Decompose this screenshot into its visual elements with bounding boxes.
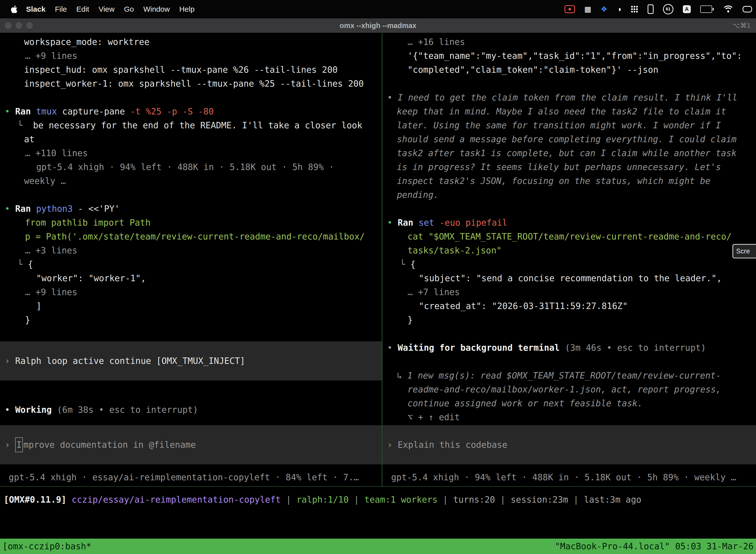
command-output: } (382, 313, 756, 327)
text-span: "worker": "worker-1", (36, 273, 146, 283)
command-line: • Ran set -euo pipefail (382, 216, 756, 230)
battery-icon[interactable]: ϟ (700, 5, 714, 13)
text-span: ] (36, 301, 42, 311)
terminal-line (0, 327, 382, 341)
mailbox-note: continue assigned work or next feasible … (382, 396, 756, 410)
text-span: { (410, 259, 416, 269)
text-span: } (25, 315, 30, 325)
command-output: at (0, 132, 382, 146)
text-span: … +3 lines (25, 245, 77, 256)
separator: | (349, 495, 364, 505)
text-span: └ (17, 120, 33, 130)
menu-window[interactable]: Window (139, 5, 175, 13)
text-span: • (387, 343, 397, 353)
app-menu-title[interactable]: Slack (21, 5, 50, 13)
thinking-line: is in progress? It seems likely but perh… (382, 160, 756, 174)
screenshot-popup: Scre (733, 244, 756, 258)
screen-record-icon[interactable] (565, 5, 575, 13)
menu-go[interactable]: Go (119, 5, 139, 13)
left-terminal-pane[interactable]: workspace_mode: worktree… +9 linesinspec… (0, 33, 382, 486)
dropbox-icon[interactable]: ❖ (601, 5, 608, 13)
text-span: pending. (397, 190, 439, 200)
text-span: - <<'PY' (78, 204, 120, 214)
menu-help[interactable]: Help (175, 5, 199, 13)
apple-logo-icon (11, 5, 17, 13)
grid-icon[interactable]: ▦ (584, 5, 591, 13)
team-counter: team:1 workers (364, 495, 438, 505)
close-button[interactable] (5, 22, 11, 29)
text-span: … +16 lines (407, 37, 465, 47)
text-span: be necessary for the end of the README. … (33, 120, 362, 130)
log-line: inspect_hud: omx sparkshell --tmux-pane … (0, 63, 382, 77)
prompt-input[interactable]: › Improve documentation in @filename (0, 425, 382, 464)
text-span: gpt-5.4 xhigh · 94% left · 488K in · 5.1… (391, 472, 736, 482)
minimize-button[interactable] (16, 22, 22, 29)
session-time: session:23m (511, 495, 568, 505)
text-span: (6m 38s • esc to interrupt) (57, 405, 198, 415)
omx-branch: cczip/essay/ai-reimplementation-copyleft (72, 495, 281, 505)
thinking-line: inspect task2's JSON, focusing on the st… (382, 174, 756, 188)
menu-items: FileEditViewGoWindowHelp (50, 5, 199, 13)
text-span: ⌥ + ↑ edit (407, 412, 460, 422)
macos-screen: Slack FileEditViewGoWindowHelp ▦ ❖ ◑ 61 … (0, 0, 756, 554)
command-code: from pathlib import Path (0, 216, 382, 230)
input-source-icon[interactable]: A (683, 5, 691, 13)
text-span: inspect_worker-1: omx sparkshell --tmux-… (24, 79, 364, 89)
text-span: -euo pipefail (440, 218, 507, 228)
text-span: Ran (15, 204, 36, 214)
terminal-line (382, 355, 756, 369)
wifi-icon[interactable] (723, 5, 733, 13)
control-center-icon[interactable] (743, 6, 752, 12)
disc-icon[interactable]: ◑ (617, 5, 621, 13)
battery-percent-badge[interactable]: 61 (663, 4, 674, 14)
menu-edit[interactable]: Edit (72, 5, 94, 13)
menu-view[interactable]: View (94, 5, 119, 13)
log-line: '{"team_name":"my-team","task_id":"1","f… (382, 49, 756, 63)
inject-banner[interactable]: › Ralph loop active continue [OMX_TMUX_I… (0, 341, 382, 381)
window-shortcut-hint: ⌥⌘1 (733, 21, 756, 30)
thinking-line: keep that in mind. Maybe I also need the… (382, 105, 756, 118)
thinking-line: later. Using the same for transition mig… (382, 118, 756, 132)
traffic-lights (0, 22, 33, 29)
log-line: "completed","claim_token":"claim-token"}… (382, 63, 756, 77)
text-cursor: I (15, 437, 23, 452)
text-span: inspect_hud: omx sparkshell --tmux-pane … (24, 65, 337, 75)
command-output: weekly … (0, 174, 382, 188)
text-span: continue assigned work or next feasible … (407, 398, 643, 408)
command-line: • Ran tmux capture-pane -t %25 -p -S -80 (0, 105, 382, 118)
text-span: └ (400, 259, 410, 269)
tmux-status-bar: [omx-cczip0:bash* "MacBook-Pro-44.local"… (0, 539, 756, 554)
terminal-panes: workspace_mode: worktree… +9 linesinspec… (0, 33, 756, 486)
ralph-counter: ralph:1/10 (296, 495, 349, 505)
text-span: "completed","claim_token":"claim-token"}… (407, 65, 658, 75)
app-grid-icon[interactable] (631, 5, 638, 13)
text-span: … +9 lines (25, 51, 77, 61)
zoom-button[interactable] (26, 22, 33, 29)
command-output: └ be necessary for the end of the README… (0, 118, 382, 132)
command-output: } (0, 313, 382, 327)
collapsed-lines: … +110 lines (0, 146, 382, 160)
text-span: } (407, 315, 413, 325)
text-span: › (5, 354, 15, 368)
text-span: "created_at": "2026-03-31T11:59:27.816Z" (419, 301, 628, 311)
prompt-input[interactable]: › Explain this codebase (382, 425, 756, 464)
thinking-line: should send a message before completing … (382, 132, 756, 146)
text-span: • (5, 107, 15, 116)
collapsed-lines: … +16 lines (382, 35, 756, 49)
text-span: └ (17, 259, 28, 269)
text-span: Explain this codebase (397, 438, 507, 452)
apple-menu[interactable] (7, 5, 21, 13)
text-span: › (5, 438, 15, 452)
text-span: tasks/task-2.json" (407, 245, 502, 256)
terminal-line (0, 91, 382, 105)
text-span: • (387, 93, 397, 103)
text-span: › (387, 438, 397, 452)
text-span: … +7 lines (407, 287, 460, 297)
phone-icon[interactable] (648, 4, 653, 14)
text-span: set (419, 218, 439, 228)
right-terminal-pane[interactable]: … +16 lines'{"team_name":"my-team","task… (382, 33, 756, 486)
text-span: 1 new msg(s): read $OMX_TEAM_STATE_ROOT/… (407, 371, 721, 381)
menu-file[interactable]: File (50, 5, 71, 13)
command-output: "subject": "send a concise recommendatio… (382, 271, 756, 285)
command-output: └ { (382, 258, 756, 271)
